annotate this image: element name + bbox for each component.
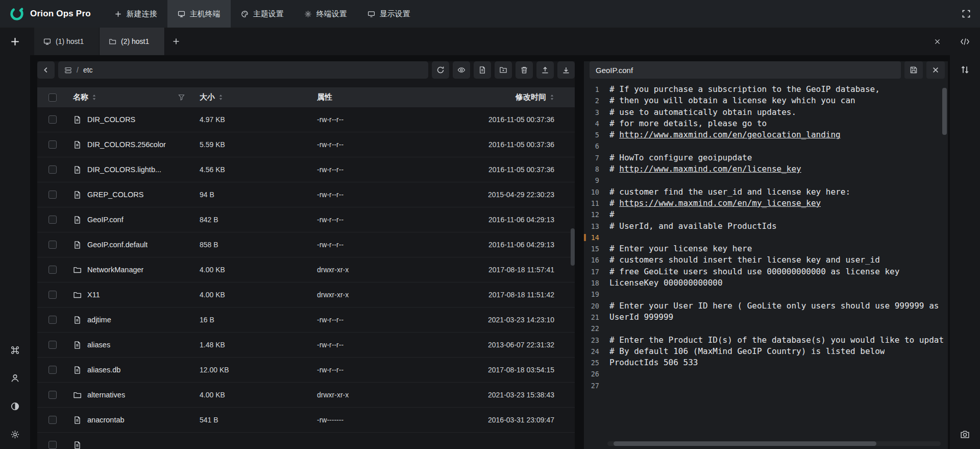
save-file-button[interactable]: [904, 61, 923, 79]
row-checkbox[interactable]: [48, 241, 57, 249]
new-folder-button[interactable]: [495, 61, 512, 79]
file-row[interactable]: aliases1.48 KB-rw-r--r--2013-06-07 22:31…: [37, 333, 575, 358]
row-check-cell: [37, 316, 68, 324]
breadcrumb-segment-etc[interactable]: etc: [83, 66, 93, 74]
code-link[interactable]: https://www.maxmind.com/en/my_license_ke…: [619, 198, 821, 208]
refresh-button[interactable]: [432, 61, 449, 79]
tab-2[interactable]: (2) host1: [100, 28, 165, 55]
menu-item-new-connection[interactable]: 新建连接: [104, 0, 167, 28]
row-checkbox[interactable]: [48, 115, 57, 124]
close-editor-button[interactable]: [926, 61, 945, 79]
users-button[interactable]: [6, 368, 25, 388]
editor-filename-input[interactable]: GeoIP.conf: [590, 61, 901, 79]
scrollbar-thumb[interactable]: [571, 228, 575, 266]
editor-horizontal-scrollbar[interactable]: [607, 441, 941, 446]
file-name-cell: aliases.db: [68, 366, 195, 374]
editor-button[interactable]: [955, 32, 975, 51]
add-connection-button[interactable]: [6, 32, 25, 51]
upload-button[interactable]: [536, 61, 554, 79]
file-list-scrollbar[interactable]: [571, 61, 575, 449]
delete-button[interactable]: [516, 61, 533, 79]
code-editor[interactable]: 1# If you purchase a subscription to the…: [584, 83, 948, 449]
row-checkbox[interactable]: [48, 166, 57, 174]
row-checkbox[interactable]: [48, 391, 57, 399]
file-row[interactable]: anacrontab541 B-rw-------2016-03-31 23:0…: [37, 408, 575, 433]
sort-toggle[interactable]: [550, 93, 554, 101]
editor-line: 19: [584, 289, 948, 300]
code-text: # Enter the Product ID(s) of the databas…: [609, 335, 944, 346]
row-checkbox[interactable]: [48, 316, 57, 324]
file-row[interactable]: GREP_COLORS94 B-rw-r--r--2015-04-29 22:3…: [37, 182, 575, 207]
row-checkbox[interactable]: [48, 140, 57, 149]
screenshot-button[interactable]: [955, 424, 975, 444]
file-mtime: 2017-08-18 11:51:42: [471, 291, 575, 299]
settings-button[interactable]: [6, 424, 25, 444]
row-checkbox[interactable]: [48, 266, 57, 274]
file-name-cell: DIR_COLORS: [68, 115, 195, 124]
plus-icon: [114, 10, 122, 18]
file-row[interactable]: GeoIP.conf842 B-rw-r--r--2016-11-06 04:2…: [37, 207, 575, 232]
tab-1[interactable]: (1) host1: [34, 28, 100, 55]
row-check-cell: [37, 391, 68, 399]
code-text: # http://www.maxmind.com/en/geolocation_…: [609, 129, 841, 140]
row-checkbox[interactable]: [48, 366, 57, 374]
file-row[interactable]: aliases.db12.00 KB-rw-r--r--2017-08-18 0…: [37, 358, 575, 383]
upload-icon: [541, 66, 549, 74]
commands-button[interactable]: [6, 340, 25, 360]
code-text: #: [609, 209, 615, 220]
breadcrumb[interactable]: / etc: [58, 61, 428, 79]
file-attr: -rw-r--r--: [313, 115, 471, 124]
file-row[interactable]: NetworkManager4.00 KBdrwxr-xr-x2017-08-1…: [37, 257, 575, 282]
editor-vertical-scrollbar[interactable]: [942, 84, 947, 437]
row-checkbox[interactable]: [48, 191, 57, 199]
transfer-button[interactable]: [955, 60, 975, 79]
file-mtime: 2016-11-05 00:37:36: [471, 166, 575, 174]
row-checkbox[interactable]: [48, 341, 57, 349]
code-text: ProductIds 506 533: [609, 357, 698, 368]
row-checkbox[interactable]: [48, 291, 57, 299]
file-row[interactable]: [37, 433, 575, 449]
file-row[interactable]: X114.00 KBdrwxr-xr-x2017-08-18 11:51:42: [37, 282, 575, 308]
menu-item-host-terminal[interactable]: 主机终端: [167, 0, 231, 28]
menu-item-terminal-settings[interactable]: 终端设置: [294, 0, 357, 28]
file-name: NetworkManager: [87, 266, 143, 274]
sort-toggle[interactable]: [92, 93, 96, 101]
fullscreen-button[interactable]: [952, 0, 980, 28]
row-checkbox[interactable]: [48, 216, 57, 224]
row-checkbox[interactable]: [48, 441, 57, 449]
file-row[interactable]: adjtime16 B-rw-r--r--2021-03-23 14:23:10: [37, 308, 575, 333]
file-mtime: 2021-03-23 14:23:10: [471, 316, 575, 324]
code-link[interactable]: http://www.maxmind.com/en/license_key: [619, 164, 801, 174]
editor-line: 3# use to automatically obtain updates.: [584, 107, 948, 118]
file-row[interactable]: GeoIP.conf.default858 B-rw-r--r--2016-11…: [37, 232, 575, 257]
back-button[interactable]: [37, 61, 55, 79]
scrollbar-thumb[interactable]: [614, 441, 876, 446]
file-row[interactable]: DIR_COLORS.256color5.59 KB-rw-r--r--2016…: [37, 132, 575, 157]
preview-button[interactable]: [453, 61, 470, 79]
file-name: aliases: [87, 341, 110, 349]
menu-item-theme-settings[interactable]: 主题设置: [231, 0, 294, 28]
theme-button[interactable]: [6, 396, 25, 416]
file-row[interactable]: alternatives4.00 KBdrwxr-xr-x2021-03-23 …: [37, 383, 575, 408]
file-mtime: 2017-08-18 11:57:41: [471, 266, 575, 274]
new-file-button[interactable]: [474, 61, 491, 79]
file-row[interactable]: DIR_COLORS4.97 KB-rw-r--r--2016-11-05 00…: [37, 107, 575, 132]
file-row[interactable]: DIR_COLORS.lightb...4.56 KB-rw-r--r--201…: [37, 157, 575, 182]
menu-item-display-settings[interactable]: 显示设置: [357, 0, 421, 28]
brand[interactable]: Orion Ops Pro: [0, 0, 104, 28]
row-checkbox[interactable]: [48, 416, 57, 424]
left-sidebar: [0, 28, 30, 449]
sort-toggle[interactable]: [218, 93, 223, 101]
filter-icon[interactable]: [178, 93, 185, 101]
code-link[interactable]: http://www.maxmind.com/en/geolocation_la…: [619, 130, 840, 139]
editor-line: 16# customers should insert their licens…: [584, 254, 948, 266]
row-check-cell: [37, 191, 68, 199]
close-panel-button[interactable]: [924, 28, 950, 55]
add-tab-button[interactable]: [165, 28, 187, 55]
file-icon: [73, 241, 82, 249]
editor-line: 25ProductIds 506 533: [584, 357, 948, 368]
row-check-cell: [37, 241, 68, 249]
editor-filename: GeoIP.conf: [596, 66, 633, 75]
scrollbar-thumb[interactable]: [942, 88, 947, 135]
select-all-checkbox[interactable]: [48, 93, 57, 102]
